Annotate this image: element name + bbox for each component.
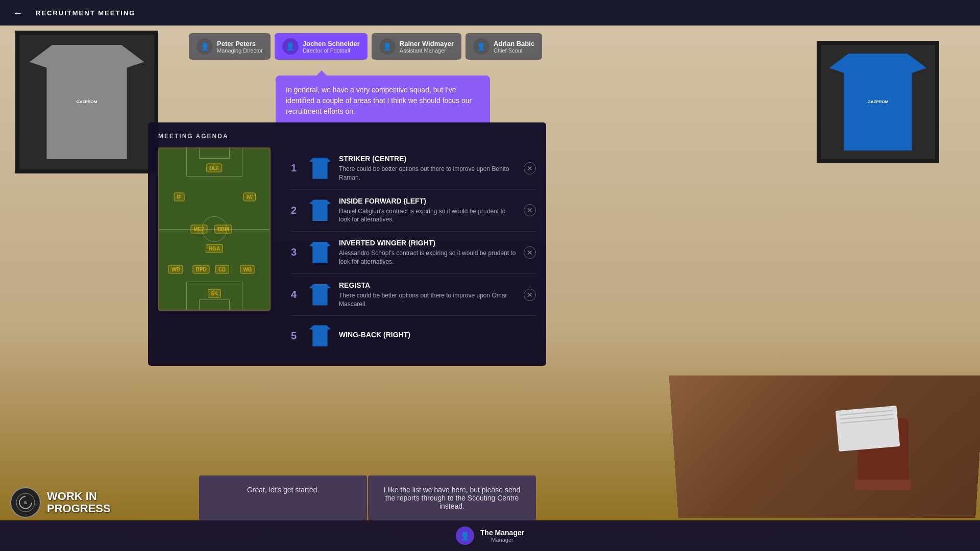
jersey-logo-right: GAZPROM xyxy=(868,99,889,104)
item-position-1: STRIKER (CENTRE) xyxy=(339,155,518,163)
jersey-left: GAZPROM xyxy=(30,45,144,159)
wip-text: WORK IN PROGRESS xyxy=(47,490,111,515)
dialogue-option-2[interactable]: I like the list we have here, but please… xyxy=(368,475,536,520)
recruitment-item-3: 3 INVERTED WINGER (RIGHT) Alessandro Sch… xyxy=(291,232,536,274)
item-shirt-3 xyxy=(307,240,333,265)
manager-name-footer: The Manager Manager xyxy=(480,529,524,543)
meeting-agenda-title: MEETING AGENDA xyxy=(158,133,536,140)
position-badge-wb: WB xyxy=(168,265,183,274)
header-bar: ← RECRUITMENT MEETING xyxy=(0,0,980,26)
item-position-2: INSIDE FORWARD (LEFT) xyxy=(339,197,518,205)
speech-bubble: In general, we have a very competitive s… xyxy=(276,76,490,126)
shirt-icon-5 xyxy=(309,325,331,346)
item-number-4: 4 xyxy=(291,289,301,300)
notebook xyxy=(836,406,900,452)
item-shirt-5 xyxy=(307,323,333,348)
participant-role-rainer: Assistant Manager xyxy=(400,47,454,54)
participant-name-adrian: Adrian Babic xyxy=(494,40,534,47)
position-badge-cd: CD xyxy=(215,265,229,274)
desk-surface xyxy=(669,375,980,518)
item-info-1: STRIKER (CENTRE) There could be better o… xyxy=(339,155,518,182)
participant-adrian-babic[interactable]: 👤 Adrian Babic Chief Scout xyxy=(465,33,542,60)
position-badge-if: IF xyxy=(174,192,184,201)
avatar-jochen: 👤 xyxy=(282,38,299,55)
participant-name-peter: Peter Peters xyxy=(217,40,263,47)
participant-name-jochen: Jochen Schneider xyxy=(303,40,360,47)
participants-row: 👤 Peter Peters Managing Director 👤 Joche… xyxy=(189,33,542,60)
shirt-icon-4 xyxy=(309,284,331,306)
item-desc-4: There could be better options out there … xyxy=(339,291,518,309)
position-badge-sk: SK xyxy=(208,289,221,298)
pitch-goal-bottom xyxy=(199,299,230,310)
manager-role: Manager xyxy=(480,537,524,543)
formation-panel: DLFIFIWMEZBBMRGAWBBPDCDWBSK xyxy=(158,147,281,356)
recruitment-item-1: 1 STRIKER (CENTRE) There could be better… xyxy=(291,147,536,190)
recruitment-item-4: 4 REGISTA There could be better options … xyxy=(291,274,536,316)
participant-role-adrian: Chief Scout xyxy=(494,47,534,54)
dialogue-option-1[interactable]: Great, let's get started. xyxy=(199,475,367,520)
item-shirt-4 xyxy=(307,282,333,308)
item-number-3: 3 xyxy=(291,246,301,258)
position-badge-rga: RGA xyxy=(206,244,223,253)
manager-footer: 👤 The Manager Manager xyxy=(0,520,980,551)
item-info-3: INVERTED WINGER (RIGHT) Alessandro Schöp… xyxy=(339,239,518,266)
item-number-5: 5 xyxy=(291,330,301,342)
participant-role-jochen: Director of Football xyxy=(303,47,360,54)
speech-bubble-text: In general, we have a very competitive s… xyxy=(286,86,472,115)
participant-jochen-schneider[interactable]: 👤 Jochen Schneider Director of Football xyxy=(275,33,368,60)
back-button[interactable]: ← xyxy=(10,5,26,20)
recruitment-list: 1 STRIKER (CENTRE) There could be better… xyxy=(291,147,536,356)
item-close-4[interactable]: ✕ xyxy=(524,289,536,301)
participant-peter-peters[interactable]: 👤 Peter Peters Managing Director xyxy=(189,33,271,60)
participant-rainer-widmayer[interactable]: 👤 Rainer Widmayer Assistant Manager xyxy=(372,33,461,60)
item-position-4: REGISTA xyxy=(339,281,518,289)
position-badge-bbm: BBM xyxy=(214,225,232,234)
item-info-4: REGISTA There could be better options ou… xyxy=(339,281,518,309)
position-badge-mez: MEZ xyxy=(190,225,207,234)
position-badge-dlf: DLF xyxy=(206,163,222,172)
chair-seat xyxy=(855,480,911,490)
meeting-content: DLFIFIWMEZBBMRGAWBBPDCDWBSK 1 STRIKER (C… xyxy=(158,147,536,356)
wip-logo: SI xyxy=(10,487,41,518)
jersey-right: GAZPROM xyxy=(829,54,926,151)
item-close-3[interactable]: ✕ xyxy=(524,246,536,259)
meeting-panel: MEETING AGENDA DLFIFIWMEZBBMRGAWBBPDCDWB… xyxy=(148,122,546,366)
recruitment-item-5: 5 WING-BACK (RIGHT) xyxy=(291,316,536,356)
participant-info-jochen: Jochen Schneider Director of Football xyxy=(303,40,360,54)
position-badge-iw: IW xyxy=(243,192,256,201)
jersey-logo-left: GAZPROM xyxy=(77,99,97,104)
position-badge-wb: WB xyxy=(240,265,255,274)
participant-info-adrian: Adrian Babic Chief Scout xyxy=(494,40,534,54)
item-close-1[interactable]: ✕ xyxy=(524,162,536,174)
avatar-adrian: 👤 xyxy=(473,38,489,55)
svg-text:SI: SI xyxy=(23,500,28,505)
item-shirt-1 xyxy=(307,156,333,181)
shirt-icon-3 xyxy=(309,242,331,263)
manager-avatar: 👤 xyxy=(456,527,474,545)
jersey-frame-right: GAZPROM xyxy=(817,41,939,163)
pitch-goal-top xyxy=(199,148,230,159)
item-position-3: INVERTED WINGER (RIGHT) xyxy=(339,239,518,247)
page-title: RECRUITMENT MEETING xyxy=(36,9,135,17)
football-pitch: DLFIFIWMEZBBMRGAWBBPDCDWBSK xyxy=(158,147,271,311)
item-info-2: INSIDE FORWARD (LEFT) Daniel Caligiuri's… xyxy=(339,197,518,224)
item-desc-1: There could be better options out there … xyxy=(339,165,518,182)
item-close-2[interactable]: ✕ xyxy=(524,204,536,216)
recruitment-item-2: 2 INSIDE FORWARD (LEFT) Daniel Caligiuri… xyxy=(291,190,536,232)
participant-info-peter: Peter Peters Managing Director xyxy=(217,40,263,54)
item-shirt-2 xyxy=(307,197,333,223)
wip-badge: SI WORK IN PROGRESS xyxy=(10,487,111,518)
participant-info-rainer: Rainer Widmayer Assistant Manager xyxy=(400,40,454,54)
item-position-5: WING-BACK (RIGHT) xyxy=(339,331,536,339)
item-number-2: 2 xyxy=(291,205,301,216)
item-number-1: 1 xyxy=(291,162,301,174)
participant-role-peter: Managing Director xyxy=(217,47,263,54)
participant-name-rainer: Rainer Widmayer xyxy=(400,40,454,47)
item-info-5: WING-BACK (RIGHT) xyxy=(339,331,536,341)
avatar-rainer: 👤 xyxy=(379,38,396,55)
shirt-icon-1 xyxy=(309,158,331,179)
item-desc-3: Alessandro Schöpf's contract is expiring… xyxy=(339,249,518,266)
item-desc-2: Daniel Caligiuri's contract is expiring … xyxy=(339,207,518,224)
shirt-icon-2 xyxy=(309,199,331,221)
dialogue-bar: Great, let's get started. I like the lis… xyxy=(199,475,536,520)
